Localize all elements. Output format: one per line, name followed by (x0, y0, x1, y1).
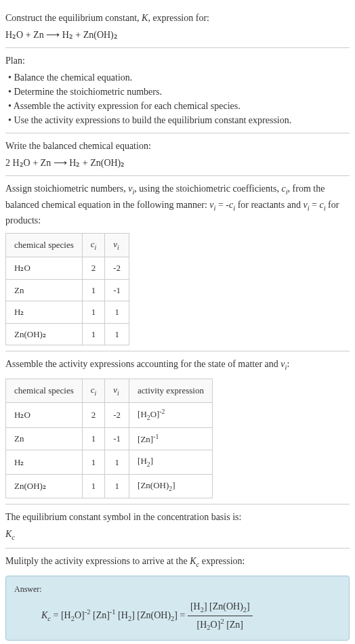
cell-expr: [H2O]-2 (129, 403, 213, 428)
table-row: H₂ 1 1 [H2] (6, 450, 213, 474)
activity-heading: Assemble the activity expressions accoun… (5, 357, 350, 373)
cell-ci: 1 (82, 427, 105, 450)
col-ci: ci (82, 234, 105, 257)
answer-equation: Kc = [H2O]-2 [Zn]-1 [H2] [Zn(OH)2] = [H2… (14, 599, 341, 633)
symbol-heading: The equilibrium constant symbol in the c… (5, 510, 350, 524)
cell-expr: [H2] (129, 450, 213, 474)
table-row: H₂O 2 -2 (6, 257, 129, 280)
plan-list: • Balance the chemical equation. • Deter… (5, 70, 350, 127)
intro-equation: H₂O + Zn ⟶ H₂ + Zn(OH)₂ (5, 28, 350, 42)
stoich-section: Assign stoichiometric numbers, νi, using… (5, 176, 350, 351)
cell-ci: 1 (82, 474, 105, 498)
cell-species: Zn(OH)₂ (6, 474, 83, 498)
table-row: Zn(OH)₂ 1 1 (6, 323, 129, 345)
intro-section: Construct the equilibrium constant, K, e… (5, 5, 350, 48)
plan-item: • Use the activity expressions to build … (8, 113, 350, 127)
cell-vi: -1 (105, 279, 129, 301)
plan-item: • Balance the chemical equation. (8, 70, 350, 85)
plan-item: • Assemble the activity expression for e… (8, 99, 350, 113)
col-expr: activity expression (129, 379, 213, 402)
cell-species: Zn (6, 279, 83, 301)
cell-species: Zn(OH)₂ (6, 323, 83, 345)
balanced-equation: 2 H₂O + Zn ⟶ H₂ + Zn(OH)₂ (5, 156, 350, 170)
plan-section: Plan: • Balance the chemical equation. •… (5, 48, 350, 133)
cell-species: H₂ (6, 301, 83, 324)
answer-denominator: [H2O]2 [Zn] (188, 616, 253, 633)
cell-vi: 1 (105, 323, 129, 345)
cell-species: Zn (6, 427, 83, 450)
table-row: H₂O 2 -2 [H2O]-2 (6, 403, 213, 428)
col-ci: ci (82, 379, 105, 402)
activity-table: chemical species ci νi activity expressi… (5, 379, 213, 498)
cell-vi: -2 (105, 403, 129, 428)
intro-text: Construct the equilibrium constant, K, e… (5, 11, 350, 25)
stoich-table: chemical species ci νi H₂O 2 -2 Zn 1 -1 … (5, 233, 129, 345)
table-header-row: chemical species ci νi (6, 234, 129, 257)
answer-numerator: [H2] [Zn(OH)2] (188, 599, 253, 616)
answer-box: Answer: Kc = [H2O]-2 [Zn]-1 [H2] [Zn(OH)… (5, 576, 350, 641)
plan-heading: Plan: (5, 53, 350, 68)
cell-expr: [Zn]-1 (129, 427, 213, 450)
activity-section: Assemble the activity expressions accoun… (5, 351, 350, 505)
table-row: Zn(OH)₂ 1 1 [Zn(OH)2] (6, 474, 213, 498)
cell-ci: 1 (82, 301, 105, 324)
cell-ci: 1 (82, 450, 105, 474)
col-vi: νi (105, 379, 129, 402)
cell-ci: 2 (82, 403, 105, 428)
table-row: H₂ 1 1 (6, 301, 129, 324)
balanced-section: Write the balanced chemical equation: 2 … (5, 133, 350, 176)
cell-vi: 1 (105, 474, 129, 498)
plan-item: • Determine the stoichiometric numbers. (8, 85, 350, 99)
stoich-text: Assign stoichiometric numbers, νi, using… (5, 181, 350, 228)
cell-species: H₂ (6, 450, 83, 474)
answer-label: Answer: (14, 583, 341, 595)
cell-ci: 2 (82, 257, 105, 280)
col-vi: νi (105, 234, 129, 257)
cell-vi: -1 (105, 427, 129, 450)
cell-expr: [Zn(OH)2] (129, 474, 213, 498)
symbol-value: Kc (5, 527, 350, 543)
symbol-section: The equilibrium constant symbol in the c… (5, 505, 350, 549)
cell-vi: 1 (105, 301, 129, 324)
col-species: chemical species (6, 234, 83, 257)
table-row: Zn 1 -1 (6, 279, 129, 301)
cell-vi: -2 (105, 257, 129, 280)
cell-species: H₂O (6, 257, 83, 280)
cell-species: H₂O (6, 403, 83, 428)
table-header-row: chemical species ci νi activity expressi… (6, 379, 213, 402)
cell-ci: 1 (82, 279, 105, 301)
col-species: chemical species (6, 379, 83, 402)
cell-ci: 1 (82, 323, 105, 345)
table-row: Zn 1 -1 [Zn]-1 (6, 427, 213, 450)
multiply-section: Mulitply the activity expressions to arr… (5, 549, 350, 644)
cell-vi: 1 (105, 450, 129, 474)
multiply-heading: Mulitply the activity expressions to arr… (5, 554, 350, 570)
balanced-heading: Write the balanced chemical equation: (5, 139, 350, 153)
